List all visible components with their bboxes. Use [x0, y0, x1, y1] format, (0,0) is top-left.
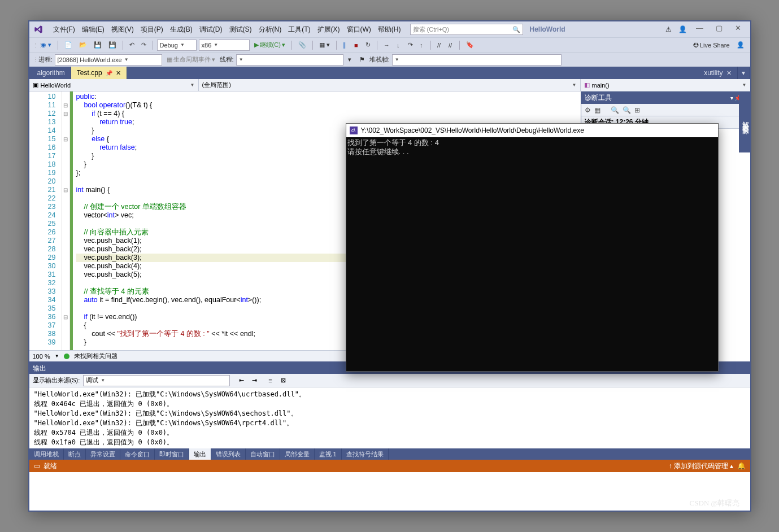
- menu-item[interactable]: 窗口(W): [343, 24, 375, 36]
- add-source-control-button[interactable]: ↑ 添加到源代码管理 ▴: [669, 461, 734, 471]
- nav-project-combo[interactable]: ▣ HelloWorld▼: [29, 79, 199, 91]
- fold-margin[interactable]: ⊟⊟⊟⊟⊟: [62, 91, 70, 350]
- menu-item[interactable]: 分析(N): [255, 24, 285, 36]
- step-into-button[interactable]: ↓: [394, 40, 403, 51]
- new-file-button[interactable]: 📄: [62, 40, 75, 51]
- bookmark-button[interactable]: 🔖: [464, 40, 476, 51]
- step-over-button[interactable]: ↷: [406, 40, 415, 51]
- platform-combo[interactable]: x86▼: [199, 40, 250, 51]
- feedback-icon[interactable]: 👤: [676, 24, 689, 35]
- bottom-tab[interactable]: 调用堆栈: [29, 448, 64, 460]
- comment-button[interactable]: //: [435, 40, 444, 51]
- step-out-button[interactable]: ↑: [417, 40, 427, 51]
- notifications-icon[interactable]: ⚠: [663, 24, 674, 35]
- notifications-bell-icon[interactable]: 🔔: [737, 462, 746, 470]
- menu-item[interactable]: 扩展(X): [314, 24, 343, 36]
- bottom-tab[interactable]: 输出: [189, 448, 211, 460]
- menu-item[interactable]: 生成(B): [167, 24, 196, 36]
- nav-back-button[interactable]: ◉ ▾: [38, 40, 54, 51]
- redo-button[interactable]: ↷: [139, 40, 149, 51]
- search-box[interactable]: 搜索 (Ctrl+Q) 🔍: [410, 24, 523, 35]
- solution-name: HelloWorld: [530, 25, 565, 33]
- app-type-button[interactable]: ▦ ▾: [317, 40, 332, 51]
- thread-filter-button[interactable]: ▾: [346, 54, 355, 66]
- nav-member-combo[interactable]: ◧ main()▼: [581, 79, 750, 91]
- document-tab-strip: algorithm Test.cpp📌✕ xutility✕ ▾: [29, 67, 750, 79]
- restart-button[interactable]: ↻: [363, 40, 373, 51]
- open-file-button[interactable]: 📂: [77, 40, 89, 51]
- continue-button[interactable]: ▶ 继续(C) ▾: [252, 40, 288, 51]
- bottom-tab[interactable]: 错误列表: [211, 448, 246, 460]
- nav-scope-combo[interactable]: (全局范围)▼: [199, 79, 581, 91]
- bottom-tab[interactable]: 命令窗口: [120, 448, 155, 460]
- bottom-tab[interactable]: 查找符号结果: [342, 448, 389, 460]
- line-number-gutter: 1011121314151617181920212223242526272829…: [29, 91, 62, 350]
- stackframe-combo[interactable]: ▼: [392, 54, 562, 66]
- output-source-combo[interactable]: 调试▼: [83, 375, 230, 386]
- undo-button[interactable]: ↶: [127, 40, 137, 51]
- save-button[interactable]: 💾: [92, 40, 104, 51]
- live-share-account-icon[interactable]: 👤: [734, 40, 747, 51]
- project-icon: ▣: [33, 81, 38, 89]
- bottom-tab[interactable]: 断点: [64, 448, 86, 460]
- show-next-button[interactable]: →: [381, 40, 392, 51]
- bottom-tab[interactable]: 自动窗口: [246, 448, 280, 460]
- console-icon: c\: [350, 127, 358, 134]
- debug-location-toolbar: ⋮⋮ 进程: [20868] HelloWorld.exe▼ ▦ 生命周期事件 …: [29, 52, 750, 67]
- toolbar-grip-icon[interactable]: ⋮⋮: [33, 56, 36, 63]
- lifecycle-button[interactable]: ▦ 生命周期事件 ▾: [164, 54, 217, 66]
- bottom-tab[interactable]: 即时窗口: [155, 448, 189, 460]
- zoom-in-icon[interactable]: 🔍: [611, 106, 619, 114]
- zoom-out-icon[interactable]: 🔍: [623, 106, 631, 114]
- stop-button[interactable]: ■: [352, 40, 361, 51]
- config-combo[interactable]: Debug▼: [157, 40, 197, 51]
- solution-explorer-tab[interactable]: 解决方案资源…: [739, 91, 750, 152]
- bottom-tab[interactable]: 监视 1: [315, 448, 342, 460]
- menu-item[interactable]: 工具(T): [285, 24, 314, 36]
- diag-resume-icon[interactable]: ▦: [594, 106, 600, 114]
- menu-item[interactable]: 项目(P): [137, 24, 167, 36]
- thread-combo[interactable]: ▼: [236, 54, 343, 66]
- minimize-button[interactable]: —: [691, 24, 708, 35]
- pin-icon[interactable]: 📌: [106, 70, 112, 76]
- zoom-reset-icon[interactable]: ⊞: [634, 106, 640, 114]
- diag-settings-icon[interactable]: ⚙: [585, 106, 591, 114]
- panel-dropdown-icon[interactable]: ▾: [730, 95, 733, 101]
- close-icon[interactable]: ✕: [116, 69, 121, 77]
- close-button[interactable]: ✕: [730, 24, 747, 35]
- menu-item[interactable]: 帮助(H): [375, 24, 404, 36]
- status-bar: ▭ 就绪 ↑ 添加到源代码管理 ▴ 🔔: [29, 460, 750, 472]
- attach-button[interactable]: 📎: [296, 40, 308, 51]
- output-clear-icon[interactable]: ⊠: [278, 375, 288, 386]
- flag-threads-icon[interactable]: ⚑: [357, 54, 367, 66]
- tab-overflow-button[interactable]: ▾: [738, 67, 750, 79]
- bottom-tab[interactable]: 局部变量: [280, 448, 315, 460]
- zoom-level[interactable]: 100 %: [33, 353, 50, 360]
- zoom-caret-icon[interactable]: ▼: [55, 354, 59, 359]
- bottom-tab[interactable]: 异常设置: [86, 448, 120, 460]
- console-window[interactable]: c\ Y:\002_WorkSpace\002_VS\HelloWorld\He…: [346, 123, 719, 372]
- output-indent-right-icon[interactable]: ⇥: [250, 375, 259, 386]
- tab-test-cpp[interactable]: Test.cpp📌✕: [71, 67, 127, 79]
- console-titlebar[interactable]: c\ Y:\002_WorkSpace\002_VS\HelloWorld\He…: [346, 124, 718, 137]
- live-share-button[interactable]: ⮋ Live Share: [690, 40, 732, 51]
- save-all-button[interactable]: 💾: [106, 40, 119, 51]
- process-combo[interactable]: [20868] HelloWorld.exe▼: [55, 54, 162, 66]
- menu-item[interactable]: 测试(S): [226, 24, 255, 36]
- uncomment-button[interactable]: //: [446, 40, 455, 51]
- close-icon[interactable]: ✕: [726, 69, 732, 77]
- tab-algorithm[interactable]: algorithm: [32, 67, 71, 79]
- menu-item[interactable]: 视图(V): [108, 24, 137, 36]
- maximize-button[interactable]: ▢: [711, 24, 728, 35]
- tab-xutility[interactable]: xutility✕: [698, 67, 737, 79]
- menu-item[interactable]: 编辑(E): [79, 24, 108, 36]
- output-body[interactable]: "HelloWorld.exe"(Win32): 已加载"C:\Windows\…: [29, 387, 750, 448]
- output-indent-left-icon[interactable]: ⇤: [237, 375, 246, 386]
- output-wordwrap-icon[interactable]: ≡: [266, 375, 275, 386]
- process-label: 进程:: [38, 55, 53, 64]
- pause-button[interactable]: ‖: [341, 40, 350, 51]
- search-icon: 🔍: [512, 26, 520, 33]
- toolbar-grip-icon[interactable]: ⋮⋮: [33, 42, 36, 48]
- menu-item[interactable]: 文件(F): [50, 24, 79, 36]
- menu-item[interactable]: 调试(D): [196, 24, 226, 36]
